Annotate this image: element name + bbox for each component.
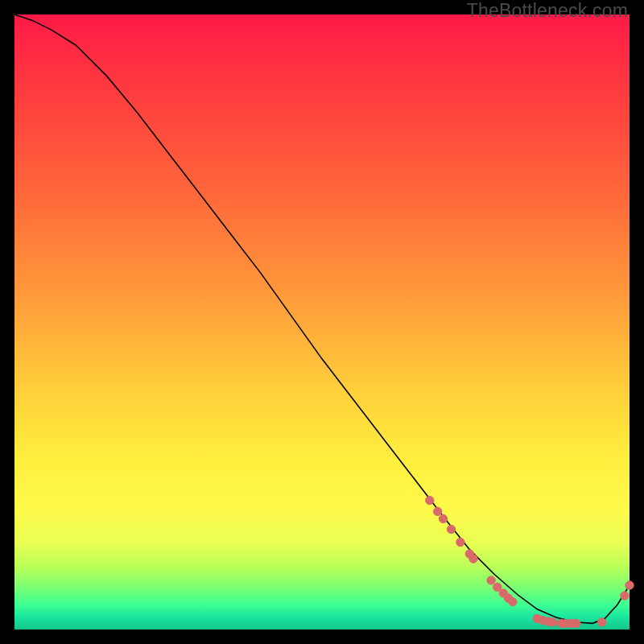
plot-area <box>14 14 630 630</box>
data-marker <box>447 525 455 533</box>
data-marker <box>625 581 634 589</box>
data-marker <box>621 592 629 600</box>
data-marker <box>572 619 580 627</box>
chart-svg <box>14 14 630 630</box>
bottleneck-curve <box>14 14 630 623</box>
data-marker <box>597 618 605 626</box>
data-marker <box>426 496 434 504</box>
data-marker <box>433 507 441 515</box>
data-marker <box>456 538 464 546</box>
watermark-text: TheBottleneck.com <box>467 0 628 22</box>
marker-group <box>426 496 634 627</box>
data-marker <box>487 576 495 584</box>
data-marker <box>439 514 447 522</box>
data-marker <box>509 597 517 605</box>
data-marker <box>469 555 477 563</box>
chart-frame: TheBottleneck.com <box>0 0 644 644</box>
data-marker <box>548 618 556 626</box>
